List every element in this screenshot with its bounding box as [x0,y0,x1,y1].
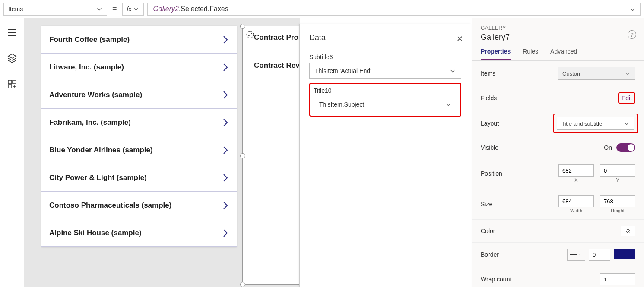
control-name: Gallery7 [481,33,635,42]
selection-handle[interactable] [240,24,245,29]
list-item[interactable]: Adventure Works (sample) [41,81,237,109]
prop-label: Items [481,70,495,77]
chevron-right-icon [222,145,229,155]
color-picker[interactable] [621,226,635,236]
field-label: Title10 [314,87,457,94]
layout-value: Title and subtitle [562,120,602,127]
prop-row-layout: Layout Title and subtitle [472,110,644,137]
list-item[interactable]: Litware, Inc. (sample) [41,54,237,81]
list-item[interactable]: Fourth Coffee (sample) [41,26,237,54]
prop-label: Size [481,201,492,208]
formula-expand-button[interactable] [630,6,636,14]
property-selector-label: Items [8,6,23,13]
visible-toggle-wrap: On [604,143,635,152]
edit-fields-link[interactable]: Edit [622,95,632,101]
prop-row-items: Items Custom [472,61,644,86]
prop-row-visible: Visible On [472,137,644,158]
height-sublabel: Height [600,208,635,213]
chevron-down-icon [133,6,139,12]
list-item[interactable]: Blue Yonder Airlines (sample) [41,136,237,164]
tab-advanced[interactable]: Advanced [550,48,577,60]
field-binding-dropdown[interactable]: ThisItem.'Actual End' [309,63,461,79]
pencil-icon[interactable] [246,31,254,40]
y-sublabel: Y [600,177,635,183]
canvas-area: Fourth Coffee (sample) Litware, Inc. (sa… [24,18,300,287]
wrap-count-input[interactable] [600,273,635,285]
chevron-right-icon [222,200,229,211]
list-item[interactable]: City Power & Light (sample) [41,164,237,192]
field-binding-dropdown[interactable]: ThisItem.Subject [314,97,457,112]
property-selector-dropdown[interactable]: Items [3,3,107,16]
position-y-input[interactable] [600,164,635,177]
prop-row-color: Color [472,220,644,243]
toggle-knob [628,144,634,151]
field-binding-value: ThisItem.Subject [319,101,364,108]
chevron-down-icon [625,70,631,76]
visible-state-label: On [604,144,612,151]
chevron-down-icon [624,120,630,126]
fx-button[interactable]: fx [122,3,144,16]
position-x-input[interactable] [558,164,594,177]
layers-icon[interactable] [7,53,17,64]
border-color-swatch[interactable] [614,249,635,259]
list-item-label: Contoso Pharmaceuticals (sample) [49,201,171,210]
highlight-annotation: Title and subtitle [553,114,638,133]
formula-token-1: Gallery2 [153,5,179,13]
close-icon[interactable]: ✕ [457,34,463,44]
tab-properties[interactable]: Properties [481,48,511,60]
prop-row-fields: Fields Edit [472,86,644,110]
list-item[interactable]: Contoso Pharmaceuticals (sample) [41,192,237,219]
prop-label: Wrap count [481,276,511,283]
highlight-annotation: Edit [618,92,635,104]
svg-rect-2 [8,85,12,88]
chevron-down-icon [96,6,102,12]
width-sublabel: Width [558,208,594,213]
selection-handle[interactable] [240,153,245,158]
field-binding-value: ThisItem.'Actual End' [315,67,371,74]
formula-input[interactable]: Gallery2.Selected.Faxes [147,3,641,16]
chevron-down-icon [630,6,636,13]
data-panel: Data ✕ Subtitle6 ThisItem.'Actual End' T… [299,24,471,287]
list-item-label: Fourth Coffee (sample) [49,35,130,44]
chevron-down-icon [450,68,456,74]
position-inputs: X Y [558,164,635,183]
prop-row-border: Border [472,243,644,267]
items-dropdown[interactable]: Custom [558,67,635,80]
prop-row-wrap-count: Wrap count [472,267,644,287]
list-item-label: Alpine Ski House (sample) [49,229,142,237]
prop-label: Visible [481,144,498,151]
list-item[interactable]: Fabrikam, Inc. (sample) [41,109,237,136]
border-style-dropdown[interactable] [567,249,585,261]
data-panel-title: Data [309,33,461,42]
list-item-label: Adventure Works (sample) [49,91,142,99]
selection-handle[interactable] [240,282,245,287]
properties-tabs: Properties Rules Advanced [472,42,644,61]
size-width-input[interactable] [558,195,594,207]
border-line-preview [570,254,577,255]
list-item-label: Blue Yonder Airlines (sample) [49,146,153,155]
x-sublabel: X [558,177,594,183]
size-height-input[interactable] [600,195,635,207]
items-value: Custom [562,70,582,77]
chevron-right-icon [222,90,229,100]
visible-toggle[interactable] [616,143,635,152]
chevron-right-icon [222,228,229,238]
hamburger-icon[interactable] [7,28,17,38]
layout-dropdown[interactable]: Title and subtitle [557,117,634,130]
chevron-down-icon [445,101,451,107]
properties-header: GALLERY Gallery7 ? [472,18,644,42]
svg-rect-0 [8,80,12,84]
chevron-right-icon [222,173,229,183]
tab-rules[interactable]: Rules [523,48,538,60]
prop-label: Position [481,170,502,177]
prop-label: Layout [481,120,499,127]
equals-sign: = [111,4,119,13]
help-icon[interactable]: ? [628,30,636,39]
chevron-right-icon [222,62,229,73]
svg-point-3 [247,31,254,38]
svg-rect-1 [13,80,16,84]
properties-panel: GALLERY Gallery7 ? Properties Rules Adva… [472,18,644,287]
border-width-input[interactable] [589,249,610,261]
list-item[interactable]: Alpine Ski House (sample) [41,219,237,247]
insert-icon[interactable] [7,79,17,90]
